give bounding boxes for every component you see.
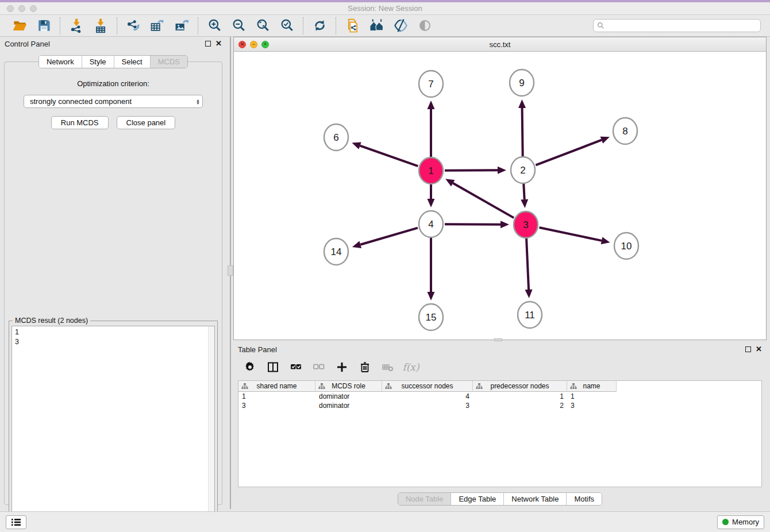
result-scrollbar[interactable] (208, 326, 214, 532)
export-image-button[interactable] (171, 17, 192, 34)
tab-select[interactable]: Select (114, 56, 150, 68)
close-panel-icon[interactable]: ✕ (215, 41, 222, 47)
float-panel-icon[interactable] (205, 41, 211, 47)
graph-node-14[interactable]: 14 (324, 238, 348, 265)
table-float-panel-icon[interactable] (745, 346, 751, 352)
mcds-result-box[interactable]: 1 3 (11, 326, 215, 532)
task-history-button[interactable] (6, 515, 26, 529)
tab-network[interactable]: Network (39, 56, 82, 68)
zoom-in-button[interactable] (204, 17, 225, 34)
edge-3-11[interactable] (526, 238, 529, 290)
hide-details-button[interactable] (390, 17, 411, 34)
delete-column-button[interactable] (357, 360, 372, 375)
table-cell[interactable]: 3 (567, 401, 617, 410)
zoom-fit-icon (255, 18, 271, 33)
edge-3-10[interactable] (539, 228, 601, 241)
settings-gear-button[interactable] (242, 360, 257, 375)
edge-2-9[interactable] (522, 108, 523, 156)
table-cell[interactable]: 1 (473, 392, 567, 401)
table-close-panel-icon[interactable]: ✕ (756, 346, 762, 352)
vertical-splitter-handle[interactable] (228, 265, 233, 276)
search-icon (597, 22, 605, 29)
tab-node-table[interactable]: Node Table (398, 493, 451, 505)
select-all-button[interactable] (288, 360, 303, 375)
function-builder-button[interactable]: f(x) (403, 360, 418, 375)
column-label: name (583, 382, 600, 390)
tab-motifs[interactable]: Motifs (566, 493, 602, 505)
import-table-icon (93, 18, 109, 33)
save-button[interactable] (33, 17, 54, 34)
home-button[interactable] (366, 17, 387, 34)
edge-4-3[interactable] (445, 224, 500, 225)
edge-2-8[interactable] (536, 140, 601, 165)
horizontal-splitter-handle[interactable] (494, 338, 502, 341)
zoom-out-icon (231, 18, 247, 33)
graph-node-15[interactable]: 15 (419, 304, 443, 330)
split-view-button[interactable] (265, 360, 280, 375)
refresh-button[interactable] (309, 17, 330, 34)
tab-mcds[interactable]: MCDS (150, 56, 187, 68)
run-mcds-button[interactable]: Run MCDS (51, 116, 109, 129)
optimization-criterion-dropdown[interactable]: strongly connected component ▲▼ (24, 95, 203, 108)
search-input[interactable] (607, 22, 757, 30)
memory-button[interactable]: Memory (717, 515, 764, 529)
zoom-out-button[interactable] (228, 17, 249, 34)
open-folder-button[interactable] (9, 17, 30, 34)
export-network-button[interactable] (123, 17, 144, 34)
edge-1-6[interactable] (360, 146, 418, 166)
duplicate-network-button[interactable] (342, 17, 363, 34)
edge-1-2[interactable] (445, 170, 498, 171)
edge-4-14[interactable] (360, 228, 418, 245)
graph-node-7[interactable]: 7 (419, 71, 443, 97)
tab-style[interactable]: Style (82, 56, 114, 68)
delete-column-icon (359, 361, 371, 373)
home-icon (369, 18, 384, 33)
graph-node-9[interactable]: 9 (510, 70, 534, 96)
eye-button[interactable] (414, 17, 435, 34)
table-cell[interactable]: 1 (238, 392, 315, 401)
export-table-button[interactable] (147, 17, 168, 34)
graph-node-3[interactable]: 3 (514, 211, 538, 238)
graph-node-4[interactable]: 4 (419, 211, 443, 237)
column-header-shared-name[interactable]: shared name (238, 381, 315, 392)
zoom-selected-button[interactable] (276, 17, 297, 34)
main-toolbar (0, 15, 770, 37)
column-header-predecessor-nodes[interactable]: predecessor nodes (473, 381, 567, 392)
graph-node-2[interactable]: 2 (511, 157, 535, 183)
table-cell[interactable]: 1 (567, 392, 617, 401)
table-cell[interactable]: 3 (382, 401, 473, 410)
table-cell[interactable]: 2 (473, 401, 567, 410)
tab-edge-table[interactable]: Edge Table (451, 493, 503, 505)
column-header-MCDS-role[interactable]: MCDS role (315, 381, 382, 392)
delete-table-button[interactable] (380, 360, 395, 375)
edge-arrowhead (521, 199, 528, 208)
search-box[interactable] (593, 19, 761, 32)
add-column-button[interactable] (334, 360, 349, 375)
table-cell[interactable]: dominator (315, 401, 382, 410)
graph-node-6[interactable]: 6 (324, 124, 348, 151)
column-header-name[interactable]: name (567, 381, 617, 392)
import-network-button[interactable] (66, 17, 87, 34)
graph-node-8[interactable]: 8 (613, 118, 637, 144)
node-label: 15 (426, 312, 437, 323)
graph-node-10[interactable]: 10 (614, 233, 638, 259)
table-cell[interactable]: 4 (382, 392, 473, 401)
function-builder-icon: f(x) (402, 361, 419, 373)
deselect-all-button[interactable] (311, 360, 326, 375)
eye-icon (417, 18, 433, 33)
network-canvas[interactable]: 1234678910111415 (234, 52, 766, 340)
zoom-fit-button[interactable] (252, 17, 273, 34)
close-panel-button[interactable]: Close panel (117, 116, 176, 129)
graph-node-1[interactable]: 1 (419, 157, 443, 184)
tab-network-table[interactable]: Network Table (503, 493, 566, 505)
network-graph[interactable]: 1234678910111415 (234, 52, 766, 340)
graph-node-11[interactable]: 11 (518, 302, 542, 328)
table-cell[interactable]: 3 (238, 401, 315, 410)
node-label: 4 (428, 219, 433, 230)
edge-arrowhead (428, 199, 435, 207)
table-cell[interactable]: dominator (315, 392, 382, 401)
edge-2-3[interactable] (523, 184, 524, 199)
import-table-button[interactable] (90, 17, 111, 34)
edge-3-1[interactable] (453, 183, 514, 218)
column-header-successor-nodes[interactable]: successor nodes (382, 381, 473, 392)
